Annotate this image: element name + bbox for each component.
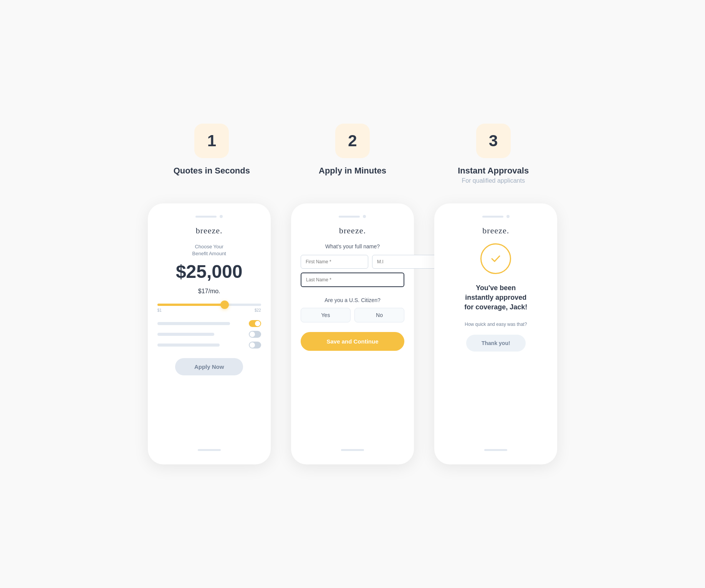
slider-labels: $1 $22: [157, 308, 261, 312]
monthly-suffix: /mo.: [208, 288, 220, 294]
phone-3-card: breeze. You've beeninstantly approvedfor…: [434, 203, 557, 464]
phone-3-content: breeze. You've beeninstantly approvedfor…: [444, 226, 548, 352]
quick-text: How quick and easy was that?: [465, 322, 527, 327]
phone-1-card: breeze. Choose YourBenefit Amount $25,00…: [148, 203, 271, 464]
step-3-subtitle: For qualified applicants: [462, 177, 525, 184]
phone-1-content: breeze. Choose YourBenefit Amount $25,00…: [157, 226, 261, 375]
phones-container: breeze. Choose YourBenefit Amount $25,00…: [141, 203, 564, 464]
step-1-col: 1 Quotes in Seconds: [141, 124, 282, 177]
phone-3-notch-dot: [506, 215, 510, 218]
toggle-3[interactable]: [249, 342, 261, 349]
step-3-col: 3 Instant Approvals For qualified applic…: [423, 124, 564, 184]
phone-1-top-bar: [157, 215, 261, 218]
phone-2-content: breeze. What's your full name? Are you a…: [301, 226, 404, 351]
step-2-title: Apply in Minutes: [319, 166, 386, 176]
phone-3-notch-line: [482, 216, 503, 218]
toggle-bar-2: [157, 333, 215, 336]
slider-thumb[interactable]: [220, 301, 229, 309]
phone-2-notch-line: [339, 216, 360, 218]
apply-now-button[interactable]: Apply Now: [175, 358, 243, 375]
steps-header: 1 Quotes in Seconds 2 Apply in Minutes 3…: [141, 124, 564, 184]
step-1-title: Quotes in Seconds: [174, 166, 250, 176]
phone-1-logo: breeze.: [196, 226, 223, 236]
checkmark-icon: [489, 252, 503, 266]
phone-1-notch-dot: [220, 215, 223, 218]
full-name-question: What's your full name?: [325, 243, 380, 249]
mi-input[interactable]: [372, 255, 440, 269]
toggle-row-2: [157, 331, 261, 338]
phone-2-logo: breeze.: [339, 226, 366, 236]
first-name-row: [301, 255, 404, 269]
benefit-amount: $25,000: [176, 261, 243, 282]
step-2-badge: 2: [335, 124, 370, 158]
monthly-price-value: $17: [198, 288, 209, 294]
slider-min: $1: [157, 308, 162, 312]
phone-2-top-bar: [301, 215, 404, 218]
toggle-1[interactable]: [249, 320, 261, 327]
toggle-knob-1: [255, 321, 260, 326]
toggle-bar-1: [157, 322, 230, 325]
last-name-row: [301, 273, 404, 287]
step-1-number: 1: [207, 132, 216, 150]
yes-button[interactable]: Yes: [301, 308, 351, 322]
toggle-2[interactable]: [249, 331, 261, 338]
page-wrapper: 1 Quotes in Seconds 2 Apply in Minutes 3…: [141, 124, 564, 464]
toggle-row-1: [157, 320, 261, 327]
phone-3-logo: breeze.: [482, 226, 509, 236]
step-2-number: 2: [348, 132, 357, 150]
slider-container[interactable]: $1 $22: [157, 304, 261, 312]
phone-2-notch-dot: [363, 215, 366, 218]
approval-text: You've beeninstantly approvedfor coverag…: [464, 283, 527, 312]
benefit-label: Choose YourBenefit Amount: [192, 243, 226, 257]
step-3-title: Instant Approvals: [458, 166, 529, 176]
toggle-row-3: [157, 342, 261, 349]
step-2-col: 2 Apply in Minutes: [282, 124, 423, 177]
phone-3-top-bar: [444, 215, 548, 218]
toggle-knob-3: [250, 342, 255, 348]
slider-max: $22: [255, 308, 261, 312]
phone-3-bottom-bar: [484, 449, 507, 451]
phone-1-bottom-bar: [198, 449, 221, 451]
slider-track: [157, 304, 261, 306]
step-3-badge: 3: [476, 124, 511, 158]
first-name-input[interactable]: [301, 255, 368, 269]
step-1-badge: 1: [194, 124, 229, 158]
save-continue-button[interactable]: Save and Continue: [301, 332, 404, 351]
toggle-rows: [157, 320, 261, 349]
yes-no-row: Yes No: [301, 308, 404, 322]
phone-2-card: breeze. What's your full name? Are you a…: [291, 203, 414, 464]
step-3-number: 3: [489, 132, 498, 150]
phone-1-notch-line: [195, 216, 217, 218]
slider-fill: [157, 304, 225, 306]
approval-check-circle: [480, 243, 511, 274]
monthly-price: $17/mo.: [198, 284, 220, 296]
last-name-input[interactable]: [301, 273, 404, 287]
toggle-bar-3: [157, 344, 220, 347]
toggle-knob-2: [250, 332, 255, 337]
no-button[interactable]: No: [354, 308, 404, 322]
thank-you-button[interactable]: Thank you!: [466, 335, 526, 352]
phone-2-bottom-bar: [341, 449, 364, 451]
citizen-question: Are you a U.S. Citizen?: [324, 297, 381, 303]
